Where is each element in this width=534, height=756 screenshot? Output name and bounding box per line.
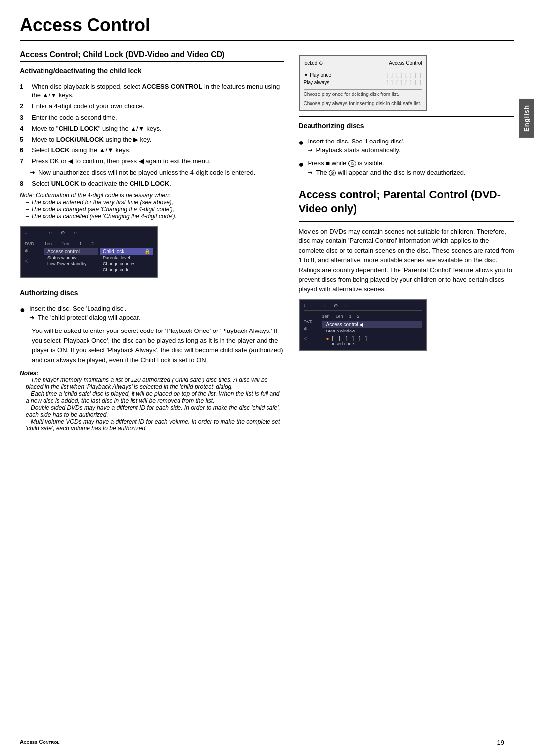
insert-box-top: ↕ — ↔ ⊙ ↔ [304, 303, 422, 311]
authorizing-para: You will be asked to enter your secret c… [32, 326, 284, 365]
notes-block: Notes: – The player memory maintains a l… [20, 370, 284, 432]
step-1: 1 When disc playback is stopped, select … [20, 82, 284, 100]
step-2: 2 Enter a 4-digit code of your own choic… [20, 102, 284, 111]
parental-title: Access control; Parental Control (DVD-Vi… [299, 188, 515, 216]
access-control-menu: Access control ◀ [322, 321, 422, 328]
deauth-bullet-1: ● Insert the disc. See 'Loading disc'. ➜… [299, 137, 515, 156]
step-7-arrow: ➜ Now unauthorized discs will not be pla… [30, 168, 284, 177]
deauthorizing-list: ● Insert the disc. See 'Loading disc'. ➜… [299, 137, 515, 178]
page-title: Access Control [20, 15, 514, 41]
note-item-2: – The code is changed (see 'Changing the… [26, 206, 284, 213]
insert-code-row: ● [ ] [ ] [ ] [326, 336, 422, 341]
notes-item-4: – Multi-volume VCDs may have a different… [26, 418, 284, 432]
note-block: Note: Confirmation of the 4-digit code i… [20, 192, 284, 220]
dvd-ui-row: DVD ⊕ ◁ 1en1en12 Access control Status w… [25, 240, 153, 274]
step-8-list: 8 Select UNLOCK to deactivate the CHILD … [20, 179, 284, 188]
notes-item-1: – The player memory maintains a list of … [26, 377, 284, 390]
dvd-ui-mockup-1: ↕ — ↔ ⊙ ↔ DVD ⊕ ◁ 1en1en12 [20, 226, 158, 278]
footer-left: Access Control [20, 739, 59, 746]
insert-box-row: DVD ⊕ ◁ 1en1en12 Access control ◀ Status… [304, 313, 422, 347]
step-7: 7 Press OK or ◀ to confirm, then press ◀… [20, 157, 284, 166]
play-once-row: ▼ Play once [ ] [ ] [ ] [ ] [304, 71, 422, 79]
deauth-bullet-2: ● Press ■ while ☺ is visible. ➜ The ⊗ wi… [299, 159, 515, 178]
insert-code-box: ↕ — ↔ ⊙ ↔ DVD ⊕ ◁ 1en1en12 [299, 299, 427, 351]
left-section-title: Access Control; Child Lock (DVD-Video an… [20, 50, 284, 62]
step-8: 8 Select UNLOCK to deactivate the CHILD … [20, 179, 284, 188]
main-content: Access Control; Child Lock (DVD-Video an… [20, 50, 514, 432]
auth-bullet-1: ● Insert the disc. See 'Loading disc'. ➜… [20, 304, 284, 323]
insert-code-label: insert code [332, 341, 422, 346]
language-tab: English [519, 99, 534, 138]
locked-header: locked ⊙ Access Control [304, 60, 422, 68]
deauthorizing-title: Deauthorizing discs [299, 122, 515, 132]
step-3: 3 Enter the code a second time. [20, 113, 284, 122]
notes-item-2: – Each time a 'child safe' disc is playe… [26, 390, 284, 404]
authorizing-list: ● Insert the disc. See 'Loading disc'. ➜… [20, 304, 284, 323]
notes-item-3: – Double sided DVDs may have a different… [26, 404, 284, 418]
right-column: locked ⊙ Access Control ▼ Play once [ ] … [299, 50, 515, 432]
note-item-3: – The code is cancelled (see 'Changing t… [26, 213, 284, 220]
dvd-ui-top: ↕ — ↔ ⊙ ↔ [25, 230, 153, 237]
play-always-row: Play always [ ] [ ] [ ] [ ] [304, 79, 422, 86]
divider-1 [20, 284, 284, 284]
step-6: 6 Select LOCK using the ▲/▼ keys. [20, 146, 284, 155]
authorizing-title: Authorizing discs [20, 289, 284, 299]
notes-title: Notes: [20, 370, 284, 377]
left-column: Access Control; Child Lock (DVD-Video an… [20, 50, 284, 432]
locked-desc-1: Choose play once for deleting disk from … [304, 89, 422, 97]
parental-para: Movies on DVDs may contain scenes not su… [299, 227, 515, 294]
activating-title: Activating/deactivating the child lock [20, 67, 284, 77]
steps-list: 1 When disc playback is stopped, select … [20, 82, 284, 166]
divider-3 [299, 221, 515, 222]
footer-page: 19 [497, 739, 504, 746]
page-container: English Access Control Access Control; C… [0, 0, 534, 756]
locked-desc-2: Choose play always for inserting disk in… [304, 100, 422, 106]
status-window-sub: Status window [322, 328, 422, 334]
footer: Access Control 19 [20, 739, 504, 746]
step-4: 4 Move to "CHILD LOCK" using the ▲/▼ key… [20, 124, 284, 133]
note-item-1: – The code is entered for the very first… [26, 199, 284, 206]
locked-box: locked ⊙ Access Control ▼ Play once [ ] … [299, 55, 427, 111]
divider-2 [299, 116, 515, 117]
step-5: 5 Move to LOCK/UNLOCK using the ▶ key. [20, 135, 284, 144]
note-title: Note: Confirmation of the 4-digit code i… [20, 192, 284, 199]
